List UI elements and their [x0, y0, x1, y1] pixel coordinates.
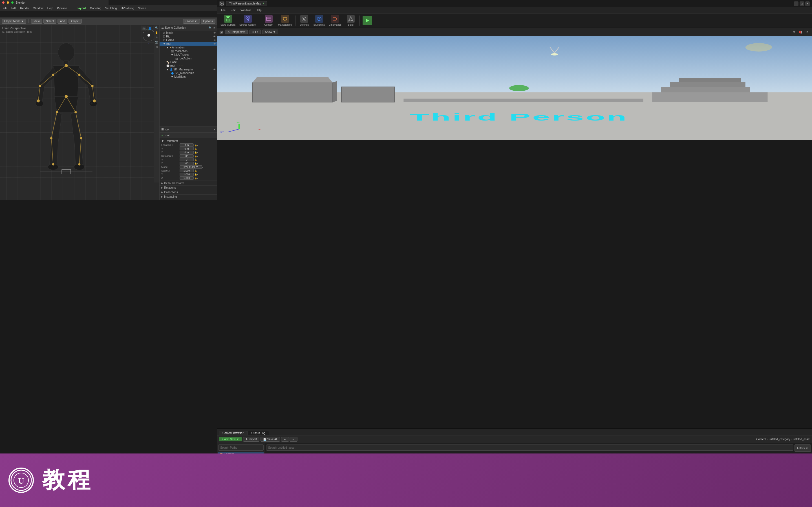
rot-x-dot[interactable]: •: [197, 155, 198, 158]
menu-edit[interactable]: Edit: [10, 6, 18, 10]
outliner-item-root2[interactable]: ⚪ root ↔↔↔: [160, 64, 217, 68]
outliner-item-root[interactable]: ▼ root 👁: [160, 42, 217, 46]
settings-button[interactable]: Settings: [297, 14, 311, 27]
object-btn[interactable]: Object: [68, 19, 82, 24]
outliner-eye-icon[interactable]: 👁: [213, 26, 215, 29]
rot-y-lock[interactable]: 🔒: [194, 159, 197, 161]
scale-x-dot[interactable]: •: [197, 170, 198, 172]
delta-transform-section[interactable]: ▶ Delta Transform: [160, 181, 217, 185]
cam-btn[interactable]: 📷: [155, 40, 159, 44]
vp-person-btn[interactable]: 👤: [147, 26, 152, 31]
minimize-dot[interactable]: [7, 1, 9, 4]
extras-eye[interactable]: 👁: [213, 39, 216, 42]
play-button[interactable]: [363, 16, 372, 25]
outliner-item-pose[interactable]: 🦴 Pose: [160, 60, 217, 64]
rot-z-dot[interactable]: •: [197, 162, 198, 165]
menu-file[interactable]: File: [1, 6, 9, 10]
rotation-x-value[interactable]: 0°: [180, 154, 194, 158]
menu-sculpting[interactable]: Sculpting: [103, 6, 118, 10]
grid-btn[interactable]: ⊞: [155, 45, 159, 49]
outliner-item-extras[interactable]: ☑ Extras 👁: [160, 38, 217, 42]
loc-z-dot[interactable]: •: [197, 151, 198, 154]
view-btn[interactable]: View: [31, 19, 42, 24]
menu-uv-editing[interactable]: UV Editing: [119, 6, 136, 10]
blueprints-button[interactable]: Blueprints: [312, 14, 326, 27]
rotation-z-value[interactable]: 0°: [180, 162, 194, 165]
lit-btn[interactable]: ☀ Lit: [250, 30, 261, 34]
root-eye[interactable]: 👁: [213, 43, 216, 45]
ue5-menu-file[interactable]: File: [219, 8, 228, 12]
ue5-menu-help[interactable]: Help: [253, 8, 264, 12]
grab-btn[interactable]: ✋: [155, 31, 159, 35]
motion-paths-section[interactable]: ▶ Motion Paths: [160, 199, 217, 200]
outliner-item-animation[interactable]: ▼ ▶ Animation: [160, 46, 217, 49]
menu-modeling[interactable]: Modeling: [88, 6, 103, 10]
menu-window[interactable]: Window: [32, 6, 45, 10]
location-x-value[interactable]: 0 m: [180, 144, 194, 147]
loc-y-dot[interactable]: •: [197, 148, 198, 150]
rot-y-dot[interactable]: •: [197, 159, 198, 161]
ue5-3d-viewport[interactable]: Third Person X Y Z: [217, 36, 406, 140]
ue5-menu-edit[interactable]: Edit: [229, 8, 238, 12]
ue5-menu-window[interactable]: Window: [238, 8, 253, 12]
outliner-item-mesh[interactable]: ☑ Mesh 👁: [160, 31, 217, 35]
scale-z-value[interactable]: 1.000: [180, 176, 194, 180]
outliner-item-rig[interactable]: ☑ Rig 👁: [160, 35, 217, 38]
mesh-eye[interactable]: 👁: [213, 32, 216, 34]
close-dot[interactable]: [2, 1, 4, 4]
select-btn[interactable]: Select: [43, 19, 56, 24]
mode-value[interactable]: XYZ Euler ▼: [180, 165, 202, 169]
scale-y-dot[interactable]: •: [197, 173, 198, 176]
scale-z-dot[interactable]: •: [197, 177, 198, 179]
collections-section[interactable]: ▶ Collections: [160, 190, 217, 194]
loc-x-lock[interactable]: 🔒: [194, 144, 197, 147]
maximize-dot[interactable]: [11, 1, 13, 4]
save-current-button[interactable]: Save Current: [219, 14, 237, 27]
outliner-item-rootaction[interactable]: 🎬 rootAction: [160, 49, 217, 53]
instancing-section[interactable]: ▶ Instancing: [160, 194, 217, 199]
rot-z-lock[interactable]: 🔒: [194, 162, 197, 165]
outliner-item-nla[interactable]: ▼ NLA Tracks: [160, 53, 217, 57]
menu-scene[interactable]: Scene: [137, 6, 148, 10]
outliner-item-sk-mannequin[interactable]: ▼ 👤 SK_Mannequin 👁: [160, 68, 217, 71]
menu-render[interactable]: Render: [18, 6, 31, 10]
content-button[interactable]: Content: [262, 14, 276, 27]
source-control-button[interactable]: Source Control: [238, 14, 258, 27]
scale-x-lock[interactable]: 🔒: [194, 170, 197, 172]
sk-eye[interactable]: 👁: [213, 68, 216, 71]
show-btn[interactable]: Show ▼: [262, 30, 278, 34]
scale-y-value[interactable]: 1.000: [180, 173, 194, 176]
blender-viewport[interactable]: User Perspective (1) Scene Collection | …: [0, 25, 159, 200]
zoom-in-btn[interactable]: 🔍: [155, 26, 159, 30]
props-close[interactable]: ✕: [213, 128, 215, 131]
object-mode-btn[interactable]: Object Mode ▼: [2, 19, 26, 24]
vp-camera-btn[interactable]: 📷: [141, 26, 146, 31]
loc-x-dot[interactable]: •: [197, 144, 198, 147]
location-z-value[interactable]: 0 m: [180, 151, 194, 154]
loc-z-lock[interactable]: 🔒: [194, 151, 197, 154]
location-y-value[interactable]: 0 m: [180, 147, 194, 151]
mode-dot[interactable]: •: [202, 166, 203, 168]
outliner-filter-icon[interactable]: 🔍: [209, 26, 212, 29]
scale-z-lock[interactable]: 🔒: [194, 177, 197, 179]
relations-section[interactable]: ▶ Relations: [160, 185, 217, 190]
outliner-item-nla-rootaction[interactable]: ▤ rootAction: [160, 57, 217, 60]
outliner-item-sk-mannequin-child[interactable]: 🔷 SK_Mannequin: [160, 71, 217, 75]
rig-eye[interactable]: 👁: [213, 35, 216, 38]
build-button[interactable]: Build: [344, 14, 358, 27]
transform-header[interactable]: ▼ Transform: [161, 139, 215, 143]
vp-bar-left-btn[interactable]: [219, 30, 223, 34]
scale-y-lock[interactable]: 🔒: [194, 173, 197, 176]
menu-help[interactable]: Help: [46, 6, 55, 10]
marketplace-button[interactable]: Marketplace: [276, 14, 294, 27]
add-btn[interactable]: Add: [57, 19, 68, 24]
rotation-y-value[interactable]: -0°: [180, 158, 194, 161]
fly-btn[interactable]: ✈: [155, 36, 159, 40]
ue5-map-tab[interactable]: ThirdPersonExampleMap +: [226, 1, 267, 6]
perspective-btn[interactable]: ⊙ Perspective: [225, 30, 248, 34]
cinematics-button[interactable]: Cinematics: [327, 14, 343, 27]
global-btn[interactable]: Global ▼: [183, 19, 200, 24]
menu-pipeline[interactable]: Pipeline: [55, 6, 69, 10]
options-btn[interactable]: Options: [201, 19, 215, 24]
rot-x-lock[interactable]: 🔒: [194, 155, 197, 158]
